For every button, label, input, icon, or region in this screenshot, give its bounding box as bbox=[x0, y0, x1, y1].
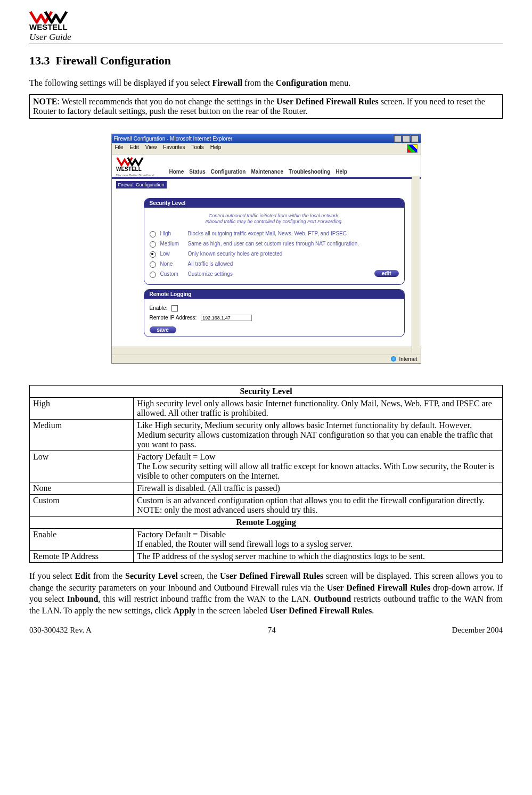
option-low-label: Low bbox=[160, 251, 184, 257]
remote-logging-panel: Remote Logging Enable: Remote IP Address… bbox=[144, 289, 405, 337]
row-enable-desc: Factory Default = Disable If enabled, th… bbox=[134, 528, 503, 550]
radio-medium[interactable] bbox=[150, 241, 156, 248]
svg-text:WESTELL: WESTELL bbox=[29, 22, 68, 31]
row-enable-label: Enable bbox=[30, 528, 134, 550]
embedded-screenshot: Firewall Configuration - Microsoft Inter… bbox=[111, 134, 421, 364]
table-row: CustomCustom is an advanced configuratio… bbox=[30, 494, 503, 516]
status-text: Internet bbox=[399, 356, 418, 362]
closing-text: , this will restrict inbound traffic fro… bbox=[98, 594, 314, 603]
closing-edit-bold: Edit bbox=[75, 571, 91, 580]
footer-right: December 2004 bbox=[452, 626, 503, 635]
option-none-desc: All traffic is allowed bbox=[188, 261, 399, 267]
security-level-header: Security Level bbox=[144, 199, 404, 208]
page-footer: 030-300432 Rev. A 74 December 2004 bbox=[29, 626, 503, 635]
section-number: 13.3 bbox=[29, 54, 50, 67]
intro-text-3: menu. bbox=[328, 78, 351, 87]
close-icon[interactable] bbox=[411, 135, 419, 142]
closing-udfr3-bold: User Defined Firewall Rules bbox=[269, 606, 372, 615]
remote-ip-label: Remote IP Address: bbox=[150, 315, 197, 321]
table-section-remote-logging: Remote Logging bbox=[30, 516, 503, 528]
security-level-panel: Security Level Control outbound traffic … bbox=[144, 198, 405, 285]
nav-maintenance[interactable]: Maintenance bbox=[251, 169, 283, 175]
enable-checkbox[interactable] bbox=[171, 305, 178, 312]
nav-configuration[interactable]: Configuration bbox=[211, 169, 246, 175]
brand-tagline: Discover Better Broadband bbox=[116, 174, 164, 177]
menu-help[interactable]: Help bbox=[210, 144, 222, 153]
row-custom-desc: Custom is an advanced configuration opti… bbox=[134, 494, 503, 516]
browser-status-bar: Internet bbox=[112, 355, 421, 363]
table-section-security: Security Level bbox=[30, 385, 503, 397]
menu-favorites[interactable]: Favorites bbox=[163, 144, 185, 153]
minimize-icon[interactable] bbox=[394, 135, 402, 142]
nav-status[interactable]: Status bbox=[189, 169, 206, 175]
edit-button[interactable]: edit bbox=[374, 270, 399, 277]
radio-low[interactable] bbox=[150, 251, 156, 258]
nav-home[interactable]: Home bbox=[169, 169, 184, 175]
table-row: HighHigh security level only allows basi… bbox=[30, 397, 503, 419]
remote-logging-header: Remote Logging bbox=[144, 290, 404, 299]
enable-row: Enable: bbox=[150, 305, 399, 312]
closing-text: If you select bbox=[29, 571, 75, 580]
note-label: NOTE bbox=[33, 97, 57, 106]
window-title: Firewall Configuration - Microsoft Inter… bbox=[114, 136, 233, 142]
save-button[interactable]: save bbox=[150, 326, 176, 333]
footer-page-number: 74 bbox=[268, 626, 276, 635]
closing-sl-bold: Security Level bbox=[125, 571, 178, 580]
option-custom-row[interactable]: Custom Customize settings edit bbox=[150, 271, 399, 278]
closing-text: . bbox=[372, 606, 374, 615]
row-remoteip-label: Remote IP Address bbox=[30, 550, 134, 562]
nav-help[interactable]: Help bbox=[335, 169, 347, 175]
closing-text: in the screen labeled bbox=[195, 606, 269, 615]
menu-edit[interactable]: Edit bbox=[130, 144, 139, 153]
option-none-row[interactable]: None All traffic is allowed bbox=[150, 261, 399, 268]
enable-label: Enable: bbox=[150, 305, 168, 311]
closing-text: from the bbox=[91, 571, 125, 580]
row-high-desc: High security level only allows basic In… bbox=[134, 397, 503, 419]
remote-ip-input[interactable] bbox=[201, 315, 252, 321]
closing-outbound-bold: Outbound bbox=[314, 594, 351, 603]
option-none-label: None bbox=[160, 261, 184, 267]
closing-udfr-bold: User Defined Firewall Rules bbox=[220, 571, 323, 580]
table-row: EnableFactory Default = Disable If enabl… bbox=[30, 528, 503, 550]
intro-paragraph: The following settings will be displayed… bbox=[29, 77, 503, 89]
westell-logo-icon: WESTELL bbox=[29, 11, 88, 31]
hint-line-2: Inbound traffic may be controlled by con… bbox=[205, 219, 342, 224]
note-text-1: : Westell recommends that you do not cha… bbox=[57, 97, 276, 106]
vertical-scrollbar[interactable] bbox=[412, 176, 420, 353]
radio-custom[interactable] bbox=[150, 272, 156, 278]
row-none-label: None bbox=[30, 482, 134, 494]
option-low-desc: Only known security holes are protected bbox=[188, 251, 399, 257]
radio-none[interactable] bbox=[150, 261, 156, 268]
section-heading: 13.3 Firewall Configuration bbox=[29, 54, 503, 68]
menu-tools[interactable]: Tools bbox=[191, 144, 203, 153]
row-high-label: High bbox=[30, 397, 134, 419]
table-row: MediumLike High security, Medium securit… bbox=[30, 419, 503, 450]
option-low-row[interactable]: Low Only known security holes are protec… bbox=[150, 251, 399, 258]
closing-udfr2-bold: User Defined Firewall Rules bbox=[327, 583, 431, 592]
table-row: Remote IP AddressThe IP address of the s… bbox=[30, 550, 503, 562]
windows-flag-icon bbox=[407, 144, 418, 153]
option-medium-label: Medium bbox=[160, 241, 184, 247]
maximize-icon[interactable] bbox=[403, 135, 410, 142]
footer-left: 030-300432 Rev. A bbox=[29, 626, 92, 635]
option-high-row[interactable]: High Blocks all outgoing traffic except … bbox=[150, 231, 399, 237]
closing-apply-bold: Apply bbox=[174, 606, 196, 615]
option-high-desc: Blocks all outgoing traffic except Mail,… bbox=[188, 231, 399, 236]
westell-mini-logo-icon: WESTELL bbox=[116, 157, 159, 173]
app-header: WESTELL Discover Better Broadband Home S… bbox=[112, 154, 421, 179]
table-row: NoneFirewall is disabled. (All traffic i… bbox=[30, 482, 503, 494]
security-hint: Control outbound traffic initiated from … bbox=[150, 213, 399, 225]
radio-high[interactable] bbox=[150, 231, 156, 237]
nav-troubleshooting[interactable]: Troubleshooting bbox=[289, 169, 330, 175]
table-row: LowFactory Default = Low The Low securit… bbox=[30, 450, 503, 482]
intro-text-2: from the bbox=[242, 78, 276, 87]
menu-file[interactable]: File bbox=[115, 144, 124, 153]
option-medium-row[interactable]: Medium Same as high, end user can set cu… bbox=[150, 241, 399, 248]
intro-text-1: The following settings will be displayed… bbox=[29, 78, 212, 87]
menu-view[interactable]: View bbox=[145, 144, 157, 153]
closing-paragraph: If you select Edit from the Security Lev… bbox=[29, 570, 503, 616]
row-none-desc: Firewall is disabled. (All traffic is pa… bbox=[134, 482, 503, 494]
horizontal-scrollbar[interactable] bbox=[112, 347, 421, 355]
row-custom-label: Custom bbox=[30, 494, 134, 516]
option-custom-desc: Customize settings bbox=[188, 271, 399, 277]
